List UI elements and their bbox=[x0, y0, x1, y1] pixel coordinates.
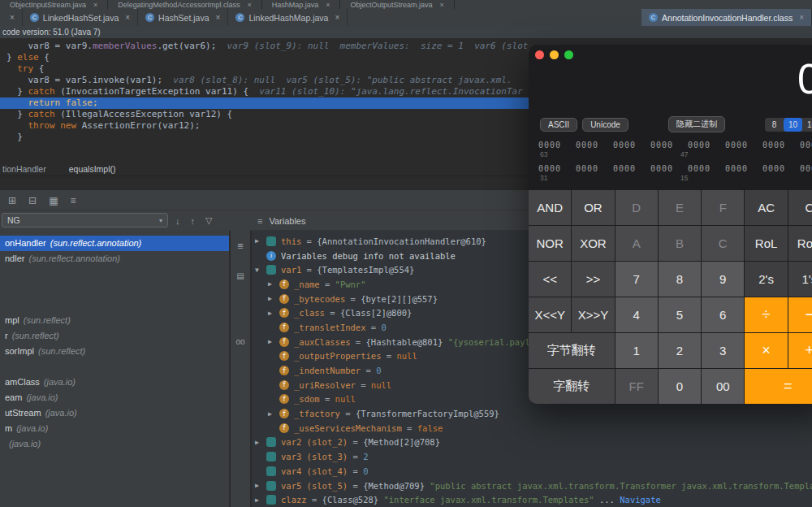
tree-arrow-icon[interactable]: ▶ bbox=[255, 496, 266, 504]
frame-row[interactable]: eam(java.io) bbox=[0, 390, 229, 405]
variable-row[interactable]: ▶f_tfactory = {TransformerFactoryImpl@55… bbox=[255, 406, 812, 421]
panel-list-icon[interactable]: ≣ bbox=[237, 241, 244, 250]
mode-button[interactable]: ASCII bbox=[540, 118, 577, 132]
variable-row[interactable]: var4 (slot_4) = 0 bbox=[255, 464, 812, 479]
tree-arrow-icon[interactable]: ▶ bbox=[268, 310, 279, 317]
frame-row[interactable]: sorImpl(sun.reflect) bbox=[0, 344, 229, 359]
frame-row[interactable] bbox=[0, 282, 229, 297]
frame-row[interactable]: mpl(sun.reflect) bbox=[0, 313, 229, 328]
calc-key[interactable]: AND bbox=[529, 190, 571, 225]
calc-key[interactable]: << bbox=[529, 262, 571, 297]
calc-key[interactable]: 字节翻转 bbox=[529, 333, 615, 368]
tree-arrow-icon[interactable]: ▶ bbox=[268, 338, 279, 345]
frame-row[interactable]: ndler(sun.reflect.annotation) bbox=[0, 251, 229, 266]
calc-key[interactable]: 1 bbox=[615, 333, 658, 368]
menu-icon[interactable]: ≡ bbox=[70, 195, 76, 206]
frame-row[interactable]: amClass(java.io) bbox=[0, 375, 229, 390]
layout-debugger-icon[interactable]: ⊟ bbox=[28, 195, 37, 206]
variable-row[interactable]: ▶var2 (slot_2) = {Method[2]@708} bbox=[255, 436, 812, 450]
calc-key[interactable]: = bbox=[745, 369, 812, 404]
editor-tab[interactable]: CAnnotationInvocationHandler.class× bbox=[641, 9, 812, 26]
tree-arrow-icon[interactable]: ▶ bbox=[255, 439, 266, 446]
calc-key[interactable]: X<<Y bbox=[529, 297, 571, 332]
calc-key[interactable]: 8 bbox=[659, 262, 701, 297]
editor-tab[interactable]: DelegatingMethodAccessorImpl.class× bbox=[108, 0, 261, 9]
base-option[interactable]: 8 bbox=[765, 118, 784, 132]
calc-key[interactable]: C bbox=[702, 226, 744, 261]
calc-key[interactable]: 3 bbox=[702, 333, 744, 368]
calc-key[interactable]: AC bbox=[745, 190, 787, 225]
calc-key[interactable]: 字翻转 bbox=[529, 369, 615, 404]
variable-row[interactable]: ▶var5 (slot_5) = {Method@709} "public ab… bbox=[255, 479, 812, 493]
editor-tab[interactable]: CLinkedHashMap.java× bbox=[228, 9, 348, 26]
editor-tab[interactable]: CLinkedHashSet.java× bbox=[23, 9, 138, 26]
calc-key[interactable]: 6 bbox=[702, 297, 744, 332]
variable-row[interactable]: f_useServicesMechanism = false bbox=[255, 421, 812, 436]
arrow-up-icon[interactable]: ↑ bbox=[191, 216, 196, 226]
calc-key[interactable]: C bbox=[788, 190, 812, 225]
tree-arrow-icon[interactable]: ▶ bbox=[255, 482, 266, 489]
base-option[interactable]: 10 bbox=[784, 118, 802, 132]
tree-arrow-icon[interactable]: ▼ bbox=[255, 266, 266, 274]
frame-row[interactable]: m(java.io) bbox=[0, 421, 229, 436]
calculator-window[interactable]: 0 ASCIIUnicode隐藏二进制81016 000000000000000… bbox=[529, 45, 812, 404]
panel-frame-icon[interactable]: ▤ bbox=[236, 271, 244, 280]
calc-key[interactable]: 2 bbox=[659, 333, 701, 368]
navigate-link[interactable]: Navigate bbox=[620, 495, 661, 505]
close-icon[interactable]: × bbox=[799, 13, 804, 22]
calc-key[interactable]: 4 bbox=[615, 297, 658, 332]
tree-arrow-icon[interactable]: ▶ bbox=[268, 280, 279, 288]
zoom-icon[interactable] bbox=[564, 50, 573, 59]
close-icon[interactable]: × bbox=[335, 13, 339, 22]
variable-row[interactable]: ▶clazz = {Class@528} "interface javax.xm… bbox=[255, 492, 812, 507]
frame-row[interactable]: (java.io) bbox=[0, 436, 229, 452]
hamburger-icon[interactable]: ≡ bbox=[257, 216, 262, 226]
arrow-down-icon[interactable]: ↓ bbox=[175, 216, 180, 226]
calc-key[interactable]: ÷ bbox=[745, 297, 787, 332]
tree-arrow-icon[interactable]: ▶ bbox=[255, 237, 266, 245]
calc-key[interactable]: FF bbox=[615, 369, 658, 404]
hide-binary-button[interactable]: 隐藏二进制 bbox=[668, 116, 725, 132]
frame-row[interactable]: utStream(java.io) bbox=[0, 405, 229, 421]
editor-tab[interactable]: HashMap.java× bbox=[262, 0, 341, 9]
editor-tab[interactable]: ObjectInputStream.java× bbox=[0, 0, 108, 9]
editor-tab[interactable]: CHashSet.java× bbox=[138, 9, 228, 26]
calc-key[interactable]: RoL bbox=[745, 226, 787, 261]
calc-key[interactable]: B bbox=[659, 226, 701, 261]
mode-button[interactable]: Unicode bbox=[582, 118, 628, 132]
close-icon[interactable]: × bbox=[93, 1, 97, 9]
calc-key[interactable]: OR bbox=[572, 190, 614, 225]
variable-row[interactable]: var3 (slot_3) = 2 bbox=[255, 449, 812, 464]
close-icon[interactable]: × bbox=[326, 1, 330, 9]
tree-arrow-icon[interactable]: ▶ bbox=[268, 295, 279, 302]
thread-dropdown[interactable]: NG ▾ bbox=[2, 213, 168, 228]
close-icon[interactable] bbox=[535, 50, 544, 59]
close-icon[interactable]: × bbox=[125, 13, 130, 22]
close-icon[interactable]: × bbox=[10, 13, 15, 22]
calc-key[interactable]: >> bbox=[572, 262, 614, 297]
frame-row[interactable] bbox=[0, 359, 229, 375]
calc-key[interactable]: A bbox=[615, 226, 658, 261]
calc-key[interactable]: F bbox=[702, 190, 744, 225]
editor-tab[interactable]: × bbox=[0, 9, 23, 26]
calc-key[interactable]: 1's bbox=[788, 262, 812, 297]
calc-key[interactable]: NOR bbox=[529, 226, 571, 261]
breadcrumb-class[interactable]: tionHandler bbox=[2, 164, 46, 174]
calc-key[interactable]: 7 bbox=[615, 262, 658, 297]
calc-key[interactable]: 00 bbox=[702, 369, 744, 404]
layout-editor-icon[interactable]: ⊞ bbox=[8, 195, 16, 206]
calc-key[interactable]: 0 bbox=[659, 369, 701, 404]
breadcrumb-method[interactable]: equalsImpl() bbox=[69, 164, 116, 174]
frame-row[interactable]: r(sun.reflect) bbox=[0, 328, 229, 344]
frame-row[interactable]: onHandler(sun.reflect.annotation) bbox=[0, 236, 229, 251]
table-view-icon[interactable]: ▦ bbox=[49, 195, 58, 206]
watches-icon[interactable]: oo bbox=[235, 337, 244, 346]
minimize-icon[interactable] bbox=[550, 50, 559, 59]
calc-key[interactable]: RoR bbox=[788, 226, 812, 261]
calc-key[interactable]: 2's bbox=[745, 262, 787, 297]
frame-row[interactable] bbox=[0, 297, 229, 313]
close-icon[interactable]: × bbox=[440, 1, 444, 9]
base-option[interactable]: 16 bbox=[802, 118, 812, 132]
editor-tab[interactable]: ObjectOutputStream.java× bbox=[340, 0, 454, 9]
chevron-down-icon[interactable]: ▾ bbox=[159, 217, 162, 224]
